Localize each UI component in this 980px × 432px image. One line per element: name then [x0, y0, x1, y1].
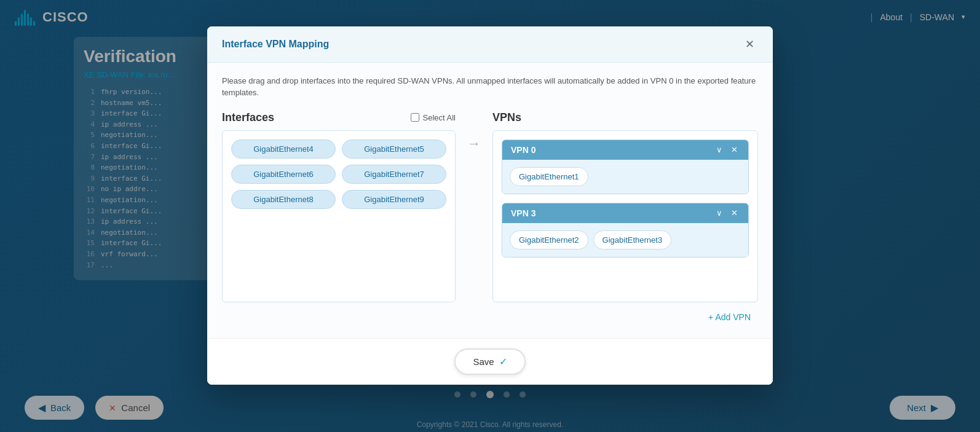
vpn-content-0[interactable]: GigabitEthernet1 [502, 160, 748, 194]
vpns-box: VPN 0 ∨ ✕ GigabitEthernet1 [492, 130, 758, 302]
interface-vpn-modal: Interface VPN Mapping ✕ Please drag and … [207, 26, 773, 385]
modal-description: Please drag and drop interfaces into the… [222, 75, 758, 99]
select-all-label[interactable]: Select All [411, 113, 456, 122]
save-button[interactable]: Save ✓ [454, 348, 525, 375]
mapping-columns: Interfaces Select All GigabitEthernet4 G… [222, 111, 758, 326]
vpn-name-0: VPN 0 [511, 145, 535, 155]
vpn-container-0: VPN 0 ∨ ✕ GigabitEthernet1 [502, 139, 749, 194]
select-all-text: Select All [423, 113, 456, 122]
iface-chip-ge7[interactable]: GigabitEthernet7 [342, 165, 446, 184]
add-vpn-area: + Add VPN [492, 308, 758, 326]
iface-chip-ge4[interactable]: GigabitEthernet4 [231, 139, 336, 159]
vpn-iface-ge3[interactable]: GigabitEthernet3 [593, 230, 672, 249]
save-check-icon: ✓ [499, 356, 507, 367]
vpn-expand-button-3[interactable]: ∨ [714, 208, 724, 218]
add-vpn-button[interactable]: + Add VPN [701, 308, 758, 326]
modal-close-button[interactable]: ✕ [741, 36, 758, 52]
vpn-content-3[interactable]: GigabitEthernet2 GigabitEthernet3 [502, 223, 748, 257]
interfaces-col-title: Interfaces [222, 111, 274, 124]
save-label: Save [473, 356, 494, 367]
vpns-col-header: VPNs [492, 111, 758, 124]
interfaces-box[interactable]: GigabitEthernet4 GigabitEthernet5 Gigabi… [222, 130, 456, 302]
modal-title: Interface VPN Mapping [222, 39, 329, 50]
modal-footer: Save ✓ [207, 338, 773, 385]
vpn-expand-button-0[interactable]: ∨ [714, 145, 724, 154]
select-all-checkbox[interactable] [411, 113, 419, 122]
drag-arrow: → [456, 111, 492, 152]
modal-header: Interface VPN Mapping ✕ [207, 26, 773, 63]
vpns-col-title: VPNs [492, 111, 521, 124]
vpn-controls-0: ∨ ✕ [714, 145, 740, 154]
iface-chip-ge9[interactable]: GigabitEthernet9 [342, 190, 446, 209]
vpn-header-3: VPN 3 ∨ ✕ [502, 203, 748, 223]
iface-chip-ge6[interactable]: GigabitEthernet6 [231, 165, 336, 184]
vpn-close-button-0[interactable]: ✕ [729, 145, 740, 154]
vpn-header-0: VPN 0 ∨ ✕ [502, 140, 748, 160]
iface-chip-ge5[interactable]: GigabitEthernet5 [342, 139, 446, 159]
vpn-iface-ge2[interactable]: GigabitEthernet2 [510, 230, 588, 249]
arrow-icon: → [467, 136, 481, 152]
vpns-column: VPNs VPN 0 ∨ ✕ GigabitEthernet1 [492, 111, 758, 326]
iface-chip-ge8[interactable]: GigabitEthernet8 [231, 190, 336, 209]
interfaces-column: Interfaces Select All GigabitEthernet4 G… [222, 111, 456, 302]
vpn-container-3: VPN 3 ∨ ✕ GigabitEthernet2 GigabitEthern… [502, 203, 749, 257]
interfaces-col-header: Interfaces Select All [222, 111, 456, 124]
modal-body: Please drag and drop interfaces into the… [207, 63, 773, 338]
vpn-iface-ge1[interactable]: GigabitEthernet1 [510, 167, 588, 186]
vpn-name-3: VPN 3 [511, 208, 535, 218]
vpn-close-button-3[interactable]: ✕ [729, 208, 740, 218]
vpn-controls-3: ∨ ✕ [714, 208, 740, 218]
